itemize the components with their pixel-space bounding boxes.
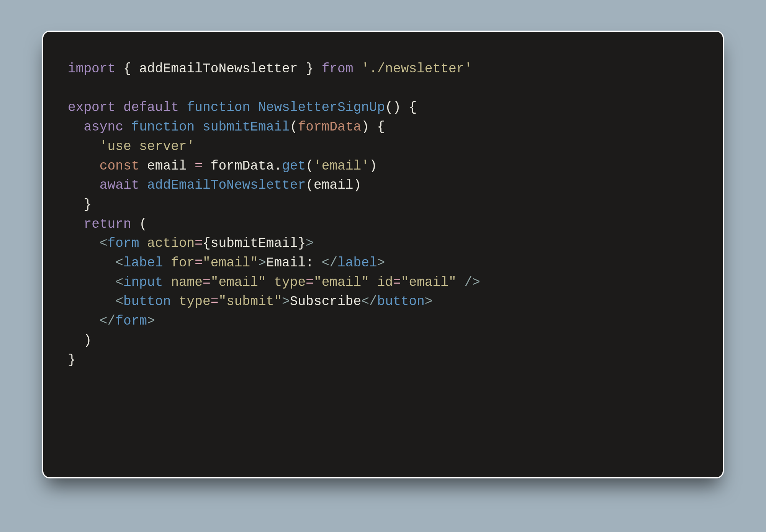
- attr-value: "email": [203, 255, 258, 270]
- expr-value: submitEmail: [211, 236, 298, 251]
- jsx-angle-close: >: [147, 313, 155, 328]
- keyword-return: return: [83, 217, 131, 232]
- brace-open: {: [409, 100, 417, 115]
- attr-value: "email": [211, 275, 266, 290]
- dot: .: [274, 158, 282, 173]
- jsx-tag-label-close: label: [337, 255, 377, 270]
- keyword-async: async: [83, 119, 123, 134]
- brace-close: }: [306, 61, 314, 76]
- paren-close: ): [353, 178, 361, 193]
- brace-open: {: [377, 119, 385, 134]
- jsx-angle-open: <: [115, 275, 123, 290]
- jsx-angle-open: <: [115, 255, 123, 270]
- attr-value: "email": [314, 275, 369, 290]
- brace-close: }: [83, 197, 92, 212]
- imported-symbol: addEmailToNewsletter: [139, 61, 298, 76]
- keyword-import: import: [68, 61, 115, 76]
- method-name: get: [282, 158, 306, 173]
- called-fn: addEmailToNewsletter: [147, 178, 306, 193]
- jsx-close-angle: </: [322, 255, 337, 270]
- attr-eq: =: [306, 275, 314, 290]
- jsx-attr-id: id: [377, 275, 393, 290]
- object-ref: formData: [211, 158, 274, 173]
- jsx-text: Subscribe: [290, 294, 361, 309]
- code-block: import { addEmailToNewsletter } from './…: [68, 59, 698, 370]
- keyword-default: default: [123, 100, 179, 115]
- operator-assign: =: [195, 158, 203, 173]
- attr-eq: =: [211, 294, 219, 309]
- code-line-11: <label for="email">Email: </label>: [68, 255, 385, 270]
- brace-open: {: [123, 61, 131, 76]
- paren-open: (: [290, 119, 298, 134]
- jsx-close-angle: </: [361, 294, 377, 309]
- jsx-tag-input: input: [123, 275, 163, 290]
- paren-close: ): [361, 119, 369, 134]
- attr-value: "email": [401, 275, 457, 290]
- code-line-16: }: [68, 352, 76, 367]
- jsx-angle-open: <: [115, 294, 123, 309]
- jsx-angle-open: <: [100, 236, 108, 251]
- jsx-angle-close: >: [306, 236, 314, 251]
- function-name: submitEmail: [203, 119, 290, 134]
- jsx-tag-button: button: [123, 294, 171, 309]
- expr-brace-close: }: [298, 236, 306, 251]
- brace-close: }: [68, 352, 76, 367]
- expr-brace-open: {: [203, 236, 211, 251]
- attr-value: "submit": [218, 294, 282, 309]
- attr-eq: =: [195, 255, 203, 270]
- parens: (): [385, 100, 401, 115]
- code-line-13: <button type="submit">Subscribe</button>: [68, 294, 433, 309]
- code-line-6: const email = formData.get('email'): [68, 158, 377, 173]
- jsx-text: Email:: [266, 255, 322, 270]
- keyword-const: const: [100, 158, 139, 173]
- jsx-angle-close: >: [282, 294, 290, 309]
- paren-close: ): [369, 158, 377, 173]
- jsx-attr-for: for: [171, 255, 195, 270]
- code-line-14: </form>: [68, 313, 155, 328]
- code-panel: import { addEmailToNewsletter } from './…: [42, 31, 724, 478]
- keyword-function: function: [187, 100, 250, 115]
- code-line-10: <form action={submitEmail}>: [68, 236, 314, 251]
- jsx-angle-close: >: [377, 255, 385, 270]
- jsx-angle-close: >: [425, 294, 433, 309]
- jsx-tag-button-close: button: [377, 294, 425, 309]
- param-name: formData: [298, 119, 362, 134]
- keyword-export: export: [68, 100, 115, 115]
- code-line-7: await addEmailToNewsletter(email): [68, 178, 361, 193]
- use-server-directive: 'use server': [100, 139, 195, 154]
- keyword-function: function: [131, 119, 195, 134]
- jsx-angle-close: >: [258, 255, 266, 270]
- module-path: './newsletter': [361, 61, 472, 76]
- code-line-3: export default function NewsletterSignUp…: [68, 100, 417, 115]
- code-line-4: async function submitEmail(formData) {: [68, 119, 385, 134]
- attr-eq: =: [393, 275, 401, 290]
- paren-open: (: [139, 217, 147, 232]
- paren-open: (: [306, 178, 314, 193]
- string-arg: 'email': [314, 158, 369, 173]
- paren-open: (: [306, 158, 314, 173]
- jsx-tag-label: label: [123, 255, 163, 270]
- jsx-tag-form-close: form: [115, 313, 147, 328]
- function-name: NewsletterSignUp: [258, 100, 385, 115]
- paren-close: ): [83, 333, 92, 348]
- code-line-15: ): [68, 333, 92, 348]
- attr-eq: =: [195, 236, 203, 251]
- code-line-5: 'use server': [68, 139, 195, 154]
- jsx-attr-name: name: [171, 275, 203, 290]
- keyword-await: await: [100, 178, 139, 193]
- code-line-12: <input name="email" type="email" id="ema…: [68, 275, 480, 290]
- code-line-9: return (: [68, 217, 147, 232]
- code-line-8: }: [68, 197, 92, 212]
- jsx-attr-type: type: [179, 294, 211, 309]
- jsx-attr-action: action: [147, 236, 195, 251]
- jsx-attr-type: type: [274, 275, 306, 290]
- arg-name: email: [314, 178, 354, 193]
- jsx-tag-form: form: [108, 236, 139, 251]
- jsx-close-angle: </: [100, 313, 115, 328]
- code-line-1: import { addEmailToNewsletter } from './…: [68, 61, 472, 76]
- attr-eq: =: [203, 275, 211, 290]
- jsx-self-close: />: [464, 275, 480, 290]
- keyword-from: from: [322, 61, 354, 76]
- var-name: email: [147, 158, 187, 173]
- page-background: import { addEmailToNewsletter } from './…: [0, 0, 766, 532]
